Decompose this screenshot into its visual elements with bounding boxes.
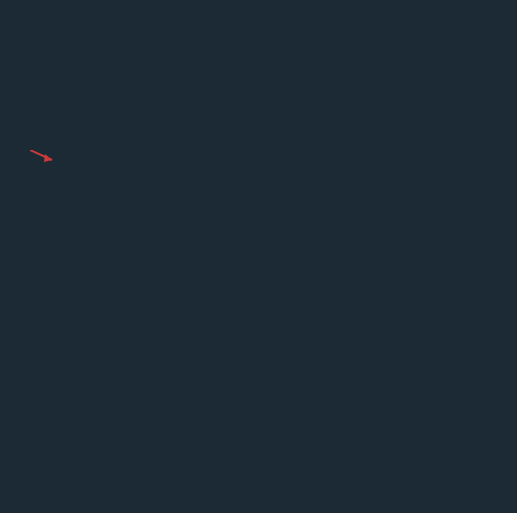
svg-line-0 bbox=[30, 150, 52, 160]
svg-marker-1 bbox=[44, 154, 52, 162]
pointer-arrow-icon bbox=[30, 150, 60, 164]
